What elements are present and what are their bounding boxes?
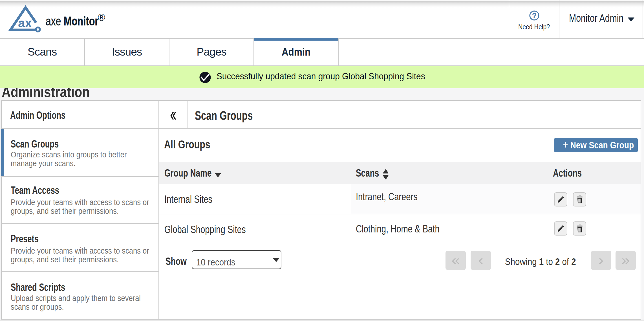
svg-text:?: ? (532, 12, 537, 20)
svg-text:ax: ax (18, 16, 32, 30)
